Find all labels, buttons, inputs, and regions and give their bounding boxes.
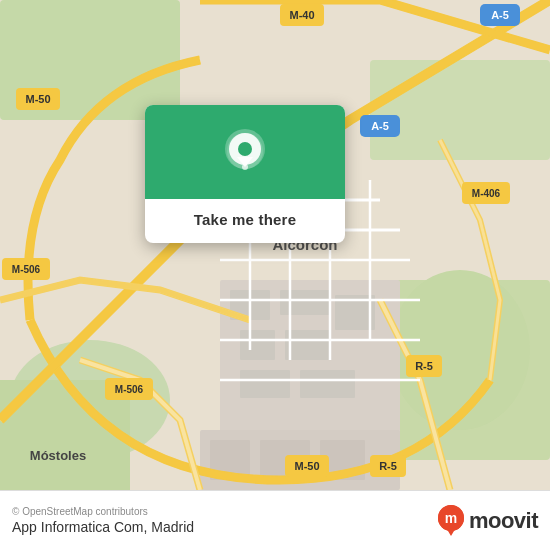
map-area: M-50 M-50 M-40 A-5 A-5 M-506 M-506 R-5 R… — [0, 0, 550, 490]
svg-text:M-50: M-50 — [25, 93, 50, 105]
svg-text:R-5: R-5 — [415, 360, 433, 372]
svg-point-5 — [390, 270, 530, 430]
svg-text:M-40: M-40 — [289, 9, 314, 21]
app-title: App Informatica Com, Madrid — [12, 519, 194, 535]
map-popup: Take me there — [145, 105, 345, 243]
popup-body[interactable]: Take me there — [145, 199, 345, 243]
moovit-logo: m moovit — [437, 504, 538, 538]
moovit-pin-icon: m — [437, 504, 465, 538]
svg-rect-9 — [280, 290, 330, 315]
svg-text:M-406: M-406 — [472, 188, 501, 199]
svg-rect-11 — [285, 330, 330, 360]
svg-text:Móstoles: Móstoles — [30, 448, 86, 463]
svg-text:m: m — [445, 510, 457, 526]
svg-text:M-50: M-50 — [294, 460, 319, 472]
popup-header — [145, 105, 345, 199]
take-me-there-button[interactable]: Take me there — [194, 211, 296, 228]
svg-rect-14 — [300, 370, 355, 398]
location-pin-icon — [223, 129, 267, 179]
svg-point-54 — [238, 142, 252, 156]
svg-rect-10 — [240, 330, 275, 360]
bottom-left-info: © OpenStreetMap contributors App Informa… — [12, 506, 194, 535]
moovit-brand-text: moovit — [469, 508, 538, 534]
svg-text:M-506: M-506 — [12, 264, 41, 275]
attribution-text: © OpenStreetMap contributors — [12, 506, 194, 517]
svg-text:A-5: A-5 — [371, 120, 389, 132]
svg-text:R-5: R-5 — [379, 460, 397, 472]
svg-point-56 — [242, 164, 248, 170]
svg-text:M-506: M-506 — [115, 384, 144, 395]
svg-rect-13 — [240, 370, 290, 398]
svg-rect-3 — [370, 60, 550, 160]
bottom-bar: © OpenStreetMap contributors App Informa… — [0, 490, 550, 550]
svg-text:A-5: A-5 — [491, 9, 509, 21]
